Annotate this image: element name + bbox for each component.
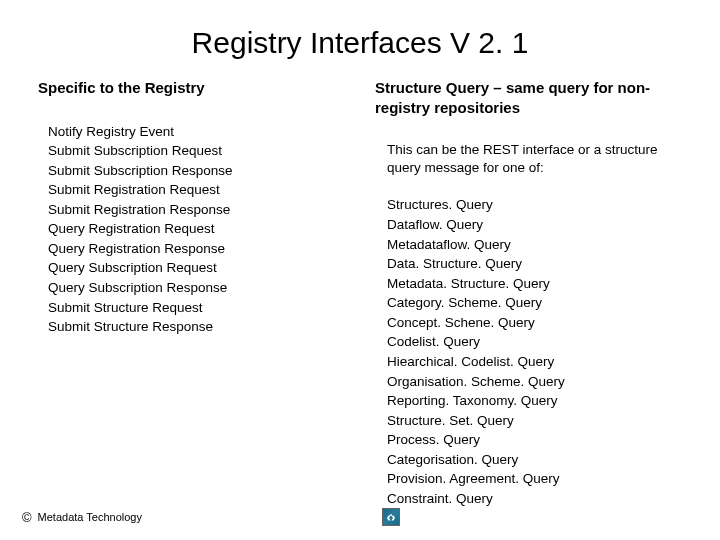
- list-item: Organisation. Scheme. Query: [387, 372, 682, 392]
- list-item: Process. Query: [387, 430, 682, 450]
- recycle-icon: [382, 508, 400, 526]
- list-item: Submit Registration Response: [48, 200, 345, 220]
- copyright-symbol: ©: [22, 510, 32, 525]
- right-intro: This can be the REST interface or a stru…: [375, 141, 682, 177]
- list-item: Query Subscription Response: [48, 278, 345, 298]
- right-list: Structures. Query Dataflow. Query Metada…: [375, 195, 682, 508]
- list-item: Categorisation. Query: [387, 450, 682, 470]
- left-list: Notify Registry Event Submit Subscriptio…: [38, 122, 345, 337]
- list-item: Metadata. Structure. Query: [387, 274, 682, 294]
- list-item: Dataflow. Query: [387, 215, 682, 235]
- list-item: Query Registration Response: [48, 239, 345, 259]
- list-item: Submit Subscription Request: [48, 141, 345, 161]
- list-item: Provision. Agreement. Query: [387, 469, 682, 489]
- list-item: Metadataflow. Query: [387, 235, 682, 255]
- list-item: Structures. Query: [387, 195, 682, 215]
- right-heading: Structure Query – same query for non-reg…: [375, 78, 682, 117]
- list-item: Data. Structure. Query: [387, 254, 682, 274]
- list-item: Codelist. Query: [387, 332, 682, 352]
- list-item: Notify Registry Event: [48, 122, 345, 142]
- slide-title: Registry Interfaces V 2. 1: [0, 0, 720, 78]
- list-item: Structure. Set. Query: [387, 411, 682, 431]
- list-item: Reporting. Taxonomy. Query: [387, 391, 682, 411]
- list-item: Submit Structure Request: [48, 298, 345, 318]
- list-item: Constraint. Query: [387, 489, 682, 509]
- list-item: Submit Registration Request: [48, 180, 345, 200]
- list-item: Submit Subscription Response: [48, 161, 345, 181]
- columns: Specific to the Registry Notify Registry…: [0, 78, 720, 508]
- left-column: Specific to the Registry Notify Registry…: [38, 78, 355, 508]
- list-item: Query Registration Request: [48, 219, 345, 239]
- footer: © Metadata Technology: [22, 508, 698, 526]
- list-item: Submit Structure Response: [48, 317, 345, 337]
- list-item: Category. Scheme. Query: [387, 293, 682, 313]
- footer-text: Metadata Technology: [38, 511, 142, 523]
- list-item: Hiearchical. Codelist. Query: [387, 352, 682, 372]
- right-column: Structure Query – same query for non-reg…: [375, 78, 682, 508]
- list-item: Concept. Schene. Query: [387, 313, 682, 333]
- list-item: Query Subscription Request: [48, 258, 345, 278]
- left-heading: Specific to the Registry: [38, 78, 345, 98]
